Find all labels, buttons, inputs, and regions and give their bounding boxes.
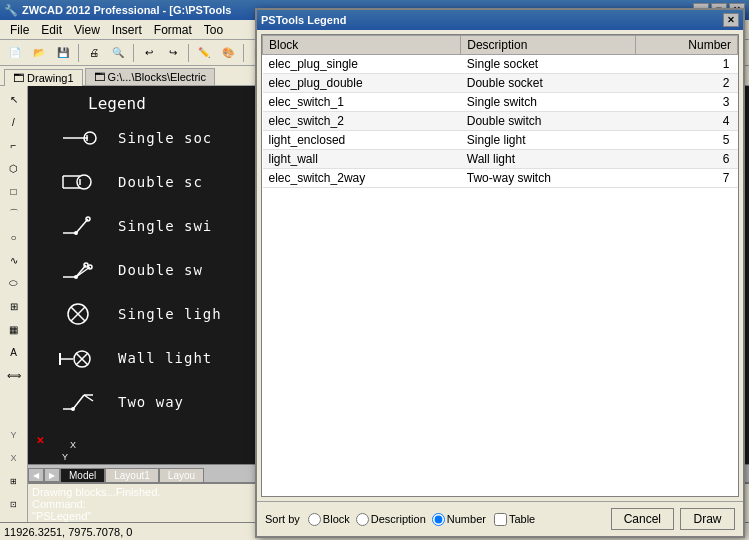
radio-block-input[interactable] [308, 513, 321, 526]
tab-drawing1[interactable]: 🗔 Drawing1 [4, 69, 83, 86]
symbol-switch2way [38, 387, 118, 417]
tool-polygon[interactable]: ⬡ [3, 157, 25, 179]
table-container[interactable]: Block Description Number elec_plug_singl… [261, 34, 739, 497]
cell-block-5: light_wall [263, 150, 461, 169]
sort-by-label: Sort by [265, 513, 300, 525]
radio-group-sort: Block Description Number [308, 513, 486, 526]
tab-blocks-label: G:\...\Blocks\Electric [108, 71, 206, 83]
col-header-block: Block [263, 36, 461, 55]
tool-text[interactable]: A [3, 341, 25, 363]
undo-button[interactable]: ↩ [138, 42, 160, 64]
tool-ellipse[interactable]: ⬭ [3, 272, 25, 294]
tool-circle[interactable]: ○ [3, 226, 25, 248]
cell-block-2: elec_switch_1 [263, 93, 461, 112]
cell-description-6: Two-way switch [461, 169, 636, 188]
canvas-nav-prev[interactable]: ◀ [28, 468, 44, 482]
tool-insert[interactable]: ⊞ [3, 295, 25, 317]
tool-x-label: X [3, 447, 25, 469]
cell-block-3: elec_switch_2 [263, 112, 461, 131]
legend-table: Block Description Number elec_plug_singl… [262, 35, 738, 188]
canvas-tab-layout1[interactable]: Layout1 [105, 468, 159, 482]
menu-edit[interactable]: Edit [35, 21, 68, 39]
menu-format[interactable]: Format [148, 21, 198, 39]
radio-number[interactable]: Number [432, 513, 486, 526]
svg-point-15 [74, 275, 78, 279]
cancel-button[interactable]: Cancel [611, 508, 674, 530]
dialog-pstools-legend: PSTools Legend ✕ Block Description Numbe… [255, 8, 745, 538]
dialog-title-controls: ✕ [723, 13, 739, 27]
tool-arc[interactable]: ⌒ [3, 203, 25, 225]
cell-description-2: Single switch [461, 93, 636, 112]
symbol-wall-light [38, 343, 118, 373]
tool-rect[interactable]: □ [3, 180, 25, 202]
radio-number-label: Number [447, 513, 486, 525]
menu-view[interactable]: View [68, 21, 106, 39]
canvas-nav-next[interactable]: ▶ [44, 468, 60, 482]
legend-label-6: Wall light [118, 350, 212, 366]
table-row: elec_switch_1 Single switch 3 [263, 93, 738, 112]
legend-label-2: Double sc [118, 174, 203, 190]
toolbar-sep-2 [133, 44, 134, 62]
tool-dimension[interactable]: ⟺ [3, 364, 25, 386]
checkbox-table-input[interactable] [494, 513, 507, 526]
tool-arrow[interactable]: ↖ [3, 88, 25, 110]
table-row: elec_switch_2 Double switch 4 [263, 112, 738, 131]
tab-blocks[interactable]: 🗔 G:\...\Blocks\Electric [85, 68, 215, 85]
radio-description[interactable]: Description [356, 513, 426, 526]
toolbar-sep-4 [243, 44, 244, 62]
canvas-tab-layout2[interactable]: Layou [159, 468, 204, 482]
symbol-socket2 [38, 164, 118, 200]
legend-row-6: Wall light [38, 336, 222, 380]
coord-label-y: Y [62, 452, 68, 462]
radio-description-input[interactable] [356, 513, 369, 526]
match-button[interactable]: 🎨 [217, 42, 239, 64]
preview-button[interactable]: 🔍 [107, 42, 129, 64]
tool-line[interactable]: / [3, 111, 25, 133]
symbol-switch2 [38, 255, 118, 285]
cell-block-4: light_enclosed [263, 131, 461, 150]
checkbox-table[interactable]: Table [494, 513, 535, 526]
legend-label-4: Double sw [118, 262, 203, 278]
cell-number-3: 4 [636, 112, 738, 131]
legend-row-4: Double sw [38, 248, 222, 292]
app-window: 🔧 ZWCAD 2012 Professional - [G:\PSTools … [0, 0, 749, 540]
menu-insert[interactable]: Insert [106, 21, 148, 39]
menu-tools[interactable]: Too [198, 21, 229, 39]
symbol-light1 [38, 299, 118, 329]
x-close-button[interactable]: ✕ [36, 435, 44, 446]
table-row: elec_switch_2way Two-way switch 7 [263, 169, 738, 188]
legend-row-1: Single soc [38, 116, 222, 160]
radio-block[interactable]: Block [308, 513, 350, 526]
open-button[interactable]: 📂 [28, 42, 50, 64]
tool-polyline[interactable]: ⌐ [3, 134, 25, 156]
canvas-tab-model[interactable]: Model [60, 468, 105, 482]
redo-button[interactable]: ↪ [162, 42, 184, 64]
col-header-description: Description [461, 36, 636, 55]
toolbar-sep-3 [188, 44, 189, 62]
coordinates: 11926.3251, 7975.7078, 0 [4, 526, 132, 538]
print-button[interactable]: 🖨 [83, 42, 105, 64]
legend-label-7: Two way [118, 394, 184, 410]
tool-hatch[interactable]: ▦ [3, 318, 25, 340]
legend-row-5: Single ligh [38, 292, 222, 336]
new-button[interactable]: 📄 [4, 42, 26, 64]
dialog-close-button[interactable]: ✕ [723, 13, 739, 27]
draw-button[interactable]: Draw [680, 508, 735, 530]
menu-file[interactable]: File [4, 21, 35, 39]
save-button[interactable]: 💾 [52, 42, 74, 64]
svg-line-27 [73, 395, 84, 409]
table-row: light_wall Wall light 6 [263, 150, 738, 169]
left-toolbar: ↖ / ⌐ ⬡ □ ⌒ ○ ∿ ⬭ ⊞ ▦ A ⟺ Y X ⊞ ⊡ △ [0, 86, 28, 540]
dialog-footer: Sort by Block Description Number Table [257, 501, 743, 536]
svg-point-10 [74, 231, 78, 235]
tool-snap-grid[interactable]: ⊞ [3, 470, 25, 492]
cell-number-5: 6 [636, 150, 738, 169]
radio-number-input[interactable] [432, 513, 445, 526]
cell-description-3: Double switch [461, 112, 636, 131]
properties-button[interactable]: ✏️ [193, 42, 215, 64]
cell-description-1: Double socket [461, 74, 636, 93]
cell-number-4: 5 [636, 131, 738, 150]
tool-snap-end[interactable]: ⊡ [3, 493, 25, 515]
legend-row-3: Single swi [38, 204, 222, 248]
tool-spline[interactable]: ∿ [3, 249, 25, 271]
